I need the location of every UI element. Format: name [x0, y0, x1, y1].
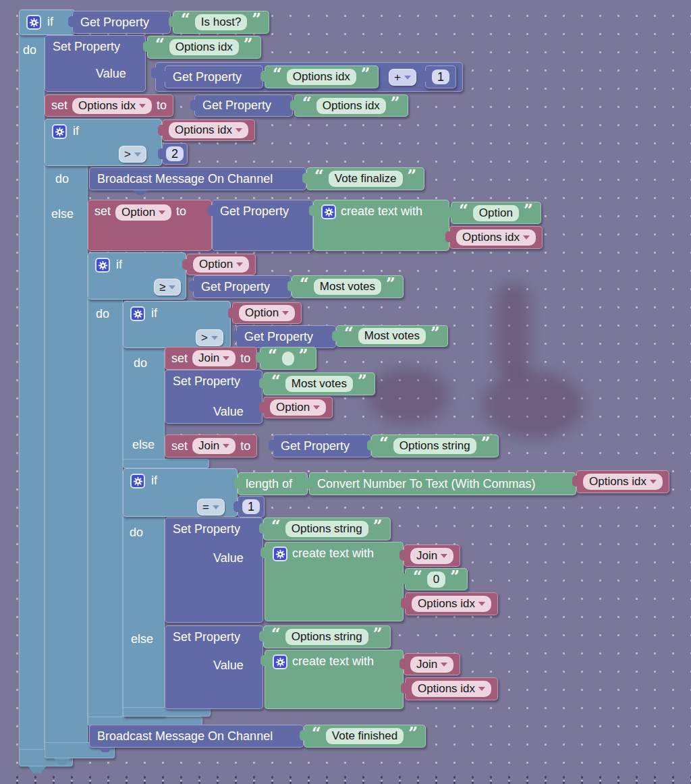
mutator-gear-icon[interactable]: [26, 15, 41, 30]
operator-dropdown[interactable]: ≥: [154, 279, 181, 296]
variable-block[interactable]: Options idx: [405, 592, 498, 615]
number-block[interactable]: 1: [238, 496, 265, 517]
text-string-block[interactable]: “ Options string ”: [371, 435, 499, 457]
create-text-block[interactable]: create text with: [313, 200, 449, 251]
text-field[interactable]: Is host?: [195, 14, 248, 30]
variable-dropdown[interactable]: Options idx: [412, 596, 491, 612]
broadcast-message-block[interactable]: Broadcast Message On Channel: [89, 725, 304, 748]
text-string-block[interactable]: “ ”: [260, 347, 316, 370]
variable-dropdown[interactable]: Option: [115, 204, 171, 221]
text-field[interactable]: Most votes: [285, 376, 353, 392]
text-field[interactable]: Vote finalize: [329, 171, 403, 187]
text-string-block[interactable]: “ 0 ”: [405, 568, 468, 590]
variable-block[interactable]: Option: [232, 302, 302, 324]
if-block-bottom[interactable]: [123, 459, 209, 468]
get-property-block[interactable]: Get Property: [212, 200, 313, 251]
text-field[interactable]: Options idx: [287, 69, 356, 85]
variable-dropdown[interactable]: Option: [193, 256, 249, 273]
text-string-block[interactable]: “ Options string ”: [263, 625, 391, 648]
number-field[interactable]: 1: [242, 499, 260, 514]
variable-dropdown[interactable]: Join: [192, 438, 236, 454]
text-string-block[interactable]: “ Options idx ”: [147, 36, 261, 59]
mutator-gear-icon[interactable]: [130, 306, 145, 321]
mutator-gear-icon[interactable]: [95, 258, 110, 273]
variable-block[interactable]: Join: [404, 544, 460, 567]
text-string-block[interactable]: “ Is host? ”: [173, 11, 269, 34]
number-field[interactable]: 1: [432, 69, 449, 84]
variable-dropdown[interactable]: Options idx: [169, 122, 248, 138]
convert-number-to-text-block[interactable]: Convert Number To Text (With Commas): [309, 472, 576, 495]
variable-block[interactable]: Option: [263, 397, 333, 418]
text-field[interactable]: [282, 352, 294, 366]
text-string-block[interactable]: “ Options idx ”: [294, 94, 408, 117]
set-property-block[interactable]: Set Property: [165, 517, 263, 623]
text-field[interactable]: Options idx: [316, 98, 386, 114]
set-variable-block[interactable]: set Option to: [88, 200, 212, 251]
broadcast-message-block[interactable]: Broadcast Message On Channel: [89, 167, 306, 190]
variable-dropdown[interactable]: Options idx: [412, 681, 491, 697]
mutator-gear-icon[interactable]: [273, 654, 287, 669]
get-property-block[interactable]: Get Property: [165, 65, 263, 88]
create-text-block[interactable]: create text with: [265, 542, 404, 621]
text-field[interactable]: Vote finished: [326, 728, 404, 744]
set-variable-block[interactable]: set Options idx to: [45, 94, 173, 117]
variable-dropdown[interactable]: Option: [270, 399, 326, 416]
text-string-block[interactable]: “ Vote finished ”: [304, 725, 426, 748]
text-field[interactable]: Most votes: [358, 328, 426, 344]
mutator-gear-icon[interactable]: [130, 474, 145, 488]
operator-dropdown[interactable]: >: [119, 146, 146, 163]
text-field[interactable]: Most votes: [314, 279, 381, 295]
variable-block[interactable]: Option: [186, 254, 256, 275]
create-text-block[interactable]: create text with: [265, 650, 404, 709]
variable-dropdown[interactable]: Options idx: [456, 229, 536, 246]
blockly-workspace[interactable]: if Get Property “ Is host? ” do Set Prop…: [0, 0, 691, 784]
if-block-body[interactable]: [88, 298, 123, 721]
variable-block[interactable]: Options idx: [576, 470, 669, 493]
text-field[interactable]: Options string: [285, 521, 368, 537]
text-field[interactable]: Options idx: [169, 39, 239, 55]
if-block-body[interactable]: [45, 165, 88, 744]
if-block-body[interactable]: [19, 34, 45, 753]
set-variable-block[interactable]: set Join to: [165, 347, 257, 370]
variable-block[interactable]: Join: [404, 653, 460, 675]
number-field[interactable]: 2: [166, 146, 184, 161]
get-property-block[interactable]: Get Property: [236, 325, 336, 348]
text-string-block[interactable]: “ Vote finalize ”: [306, 167, 424, 190]
text-string-block[interactable]: “ Options string ”: [263, 517, 391, 540]
variable-dropdown[interactable]: Join: [192, 350, 236, 366]
variable-dropdown[interactable]: Join: [410, 548, 453, 564]
text-string-block[interactable]: “ Most votes ”: [292, 275, 404, 298]
set-variable-block[interactable]: set Join to: [165, 435, 257, 457]
math-operator-dropdown[interactable]: +: [389, 69, 416, 86]
text-string-block[interactable]: “ Most votes ”: [263, 372, 375, 395]
operator-dropdown[interactable]: >: [196, 329, 223, 346]
number-block[interactable]: 1: [425, 65, 456, 88]
variable-dropdown[interactable]: Options idx: [72, 98, 152, 114]
text-field[interactable]: Option: [473, 205, 519, 221]
if-block-header[interactable]: if: [19, 9, 76, 35]
operator-dropdown[interactable]: =: [197, 499, 225, 515]
if-block-body[interactable]: [123, 515, 165, 717]
mutator-gear-icon[interactable]: [52, 124, 67, 139]
get-property-block[interactable]: Get Property: [72, 11, 171, 34]
length-of-block[interactable]: length of: [238, 472, 308, 495]
text-field[interactable]: Options string: [285, 629, 368, 645]
variable-dropdown[interactable]: Option: [239, 305, 295, 321]
text-field[interactable]: Options string: [393, 438, 476, 454]
get-property-block[interactable]: Get Property: [273, 435, 371, 457]
text-field[interactable]: 0: [427, 571, 445, 588]
variable-block[interactable]: Options idx: [449, 226, 543, 249]
text-string-block[interactable]: “ Most votes ”: [336, 325, 448, 347]
variable-dropdown[interactable]: Join: [410, 656, 453, 673]
mutator-gear-icon[interactable]: [321, 204, 336, 219]
variable-block[interactable]: Options idx: [405, 677, 498, 700]
number-block[interactable]: 2: [162, 143, 188, 165]
variable-dropdown[interactable]: Options idx: [583, 474, 663, 490]
variable-block[interactable]: Options idx: [162, 119, 255, 141]
text-string-block[interactable]: “ Options idx ”: [265, 65, 379, 88]
set-property-block[interactable]: Set Property: [45, 35, 146, 92]
mutator-gear-icon[interactable]: [273, 547, 287, 561]
get-property-block[interactable]: Get Property: [193, 275, 292, 298]
text-string-block[interactable]: “ Option ”: [451, 202, 541, 224]
get-property-block[interactable]: Get Property: [194, 94, 293, 117]
